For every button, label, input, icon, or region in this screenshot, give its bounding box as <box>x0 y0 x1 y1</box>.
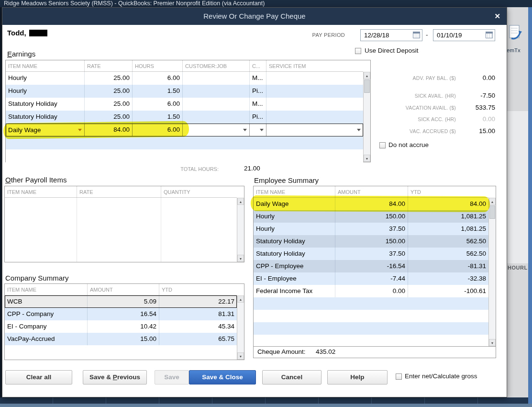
earnings-row[interactable]: Hourly 25.00 1.50 Pi... <box>6 85 363 98</box>
employee-summary-row[interactable]: EI - Employee -7.44 -32.38 <box>254 272 488 285</box>
vacation-avail-label: VACATION AVAIL. ($) <box>345 105 456 111</box>
company-summary-row[interactable]: EI - Company 10.42 45.34 <box>5 320 237 333</box>
chevron-down-icon[interactable] <box>260 129 264 131</box>
cell-amount[interactable]: 150.00 <box>335 235 408 248</box>
earnings-row[interactable]: Hourly 25.00 6.00 M... <box>6 72 363 85</box>
scroll-down-icon[interactable]: ▼ <box>364 155 370 162</box>
save-previous-button[interactable]: Save & Previous <box>83 370 147 384</box>
cell-rate[interactable]: 84.00 <box>84 124 132 136</box>
calendar-icon[interactable] <box>413 32 420 38</box>
cell-item[interactable]: Hourly <box>6 72 84 85</box>
employee-summary-row[interactable]: CPP - Employee -16.54 -81.31 <box>254 260 488 272</box>
pay-period-end-input[interactable]: 01/10/19 <box>433 29 495 41</box>
employee-summary-row[interactable]: Hourly 37.50 1,081.25 <box>254 223 488 235</box>
employee-summary-row-empty[interactable] <box>254 335 488 347</box>
cell-amount[interactable]: -7.44 <box>335 272 408 285</box>
cell-hours[interactable]: 1.50 <box>132 85 182 98</box>
company-summary-row[interactable]: CPP - Company 16.54 81.31 <box>5 308 237 320</box>
employee-summary-row-empty[interactable] <box>254 297 488 310</box>
scroll-up-icon[interactable]: ▲ <box>237 198 244 205</box>
cell-rate[interactable]: 25.00 <box>84 111 132 124</box>
cell-class[interactable]: Pi... <box>249 85 266 98</box>
earnings-row-empty[interactable] <box>6 149 363 162</box>
other-payroll-scrollbar[interactable]: ▲ ▼ <box>237 198 244 262</box>
cell-amount[interactable]: 37.50 <box>335 223 408 235</box>
cell-class[interactable]: Pi... <box>249 111 266 124</box>
cell-rate[interactable]: 25.00 <box>84 98 132 111</box>
scroll-down-icon[interactable]: ▼ <box>237 352 244 360</box>
background-scroll-strip[interactable] <box>528 7 532 404</box>
cell-amount[interactable]: 10.42 <box>87 320 159 333</box>
scroll-up-icon[interactable]: ▲ <box>237 295 244 303</box>
enter-net-checkbox[interactable] <box>396 373 402 380</box>
cell-class[interactable]: M... <box>249 72 266 85</box>
company-summary-scrollbar[interactable]: ▲ ▼ <box>237 295 244 360</box>
cell-customer-job[interactable] <box>182 98 249 111</box>
cell-customer-job[interactable] <box>182 111 249 124</box>
cell-amount[interactable]: -16.54 <box>335 260 408 272</box>
cell-amount[interactable]: 37.50 <box>335 248 408 260</box>
scrollbar-thumb[interactable] <box>364 79 370 93</box>
cell-class[interactable]: M... <box>249 98 266 111</box>
cell-amount[interactable]: 150.00 <box>335 210 408 223</box>
employee-summary-row[interactable]: Federal Income Tax 0.00 -100.61 <box>254 285 488 297</box>
pay-period-start-input[interactable]: 12/28/18 <box>360 29 422 41</box>
cell-ytd: 1,081.25 <box>408 210 488 223</box>
cell-ytd: 562.50 <box>408 248 488 260</box>
cell-item: Daily Wage <box>254 198 335 210</box>
company-summary-row[interactable]: VacPay-Accrued 15.00 65.75 <box>5 333 237 345</box>
calendar-icon[interactable] <box>486 32 493 38</box>
use-direct-deposit-checkbox[interactable] <box>355 48 361 54</box>
sick-acc-label: SICK ACC. (HR) <box>345 116 456 122</box>
cell-item[interactable]: Statutory Holiday <box>6 98 84 111</box>
cell-item[interactable]: Hourly <box>6 85 84 98</box>
save-close-button[interactable]: Save & Close <box>189 370 256 384</box>
total-hours-label: TOTAL HOURS: <box>146 166 219 172</box>
help-button[interactable]: Help <box>327 370 388 384</box>
cancel-button[interactable]: Cancel <box>262 370 321 384</box>
cell-item-dropdown[interactable]: Daily Wage <box>6 124 84 136</box>
cell-amount[interactable]: 16.54 <box>87 308 159 320</box>
scrollbar-thumb[interactable] <box>489 205 495 219</box>
scroll-down-icon[interactable]: ▼ <box>489 339 496 346</box>
cell-amount[interactable]: 0.00 <box>335 285 408 297</box>
earnings-row-empty[interactable] <box>6 136 363 149</box>
earnings-section-label: Earnings <box>7 50 35 58</box>
cell-amount[interactable]: 5.09 <box>87 295 159 308</box>
clear-all-button[interactable]: Clear all <box>5 370 72 384</box>
cell-customer-job[interactable] <box>182 72 249 85</box>
cell-hours[interactable]: 6.00 <box>132 72 182 85</box>
do-not-accrue-checkbox[interactable] <box>379 142 386 148</box>
cell-customer-job[interactable] <box>182 85 249 98</box>
scroll-up-icon[interactable]: ▲ <box>489 198 496 205</box>
employee-summary-row[interactable]: Statutory Holiday 150.00 562.50 <box>254 235 488 248</box>
employee-summary-row-empty[interactable] <box>254 322 488 335</box>
employee-summary-row[interactable]: Hourly 150.00 1,081.25 <box>254 210 488 223</box>
cell-hours[interactable]: 1.50 <box>132 111 182 124</box>
chevron-down-icon[interactable] <box>243 129 247 131</box>
earnings-row[interactable]: Statutory Holiday 25.00 1.50 Pi... <box>6 111 363 124</box>
employee-summary-row[interactable]: Statutory Holiday 37.50 562.50 <box>254 248 488 260</box>
employee-summary-row[interactable]: Daily Wage 84.00 84.00 <box>254 198 488 210</box>
enter-net-label: Enter net/Calculate gross <box>405 373 477 380</box>
employee-summary-row-empty[interactable] <box>254 310 488 322</box>
employee-summary-scrollbar[interactable]: ▲ ▼ <box>488 198 496 346</box>
close-icon[interactable]: ✕ <box>494 12 500 21</box>
chevron-down-icon[interactable] <box>78 129 82 131</box>
cell-class-dropdown[interactable] <box>249 124 266 136</box>
earnings-row[interactable]: Statutory Holiday 25.00 6.00 M... <box>6 98 363 111</box>
company-summary-row-selected[interactable]: WCB 5.09 22.17 <box>5 295 237 308</box>
cell-rate[interactable]: 25.00 <box>84 72 132 85</box>
col-amount: AMOUNT <box>87 284 159 295</box>
export-itemtx-icon[interactable] <box>508 24 522 43</box>
cell-amount[interactable]: 84.00 <box>335 198 408 210</box>
scroll-down-icon[interactable]: ▼ <box>237 255 244 262</box>
cell-hours[interactable]: 6.00 <box>132 98 182 111</box>
cell-amount[interactable]: 15.00 <box>87 333 159 345</box>
cell-hours[interactable]: 6.00 <box>132 124 182 136</box>
vacation-avail-value: 533.75 <box>458 104 495 111</box>
cell-item[interactable]: Statutory Holiday <box>6 111 84 124</box>
cell-rate[interactable]: 25.00 <box>84 85 132 98</box>
earnings-row-selected[interactable]: Daily Wage 84.00 6.00 <box>6 124 363 136</box>
cell-customer-job-dropdown[interactable] <box>182 124 249 136</box>
